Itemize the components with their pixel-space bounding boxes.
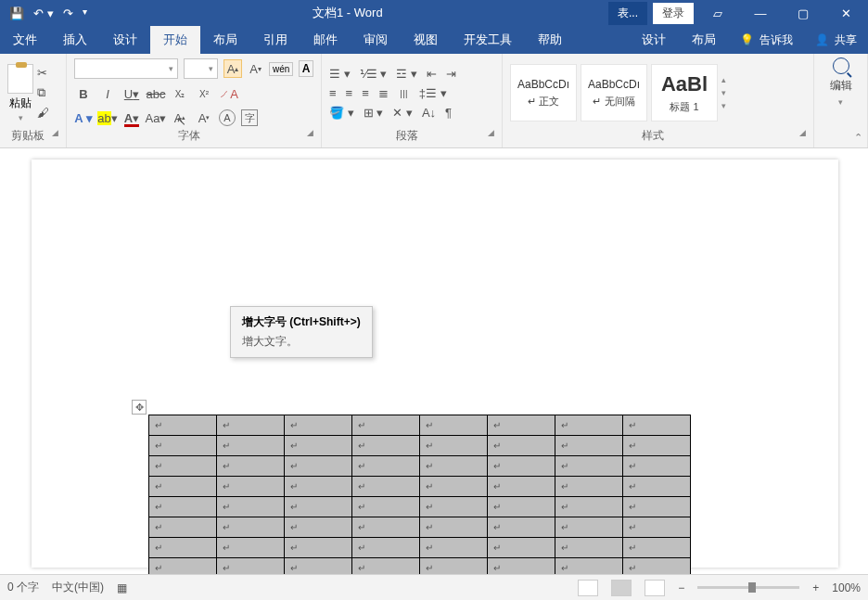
text-direction-button[interactable]: ✕ ▾ xyxy=(392,106,413,120)
tab-design[interactable]: 设计 xyxy=(100,26,150,54)
table-cell[interactable]: ↵ xyxy=(555,558,623,575)
table-cell[interactable]: ↵ xyxy=(285,558,352,575)
table-cell[interactable]: ↵ xyxy=(488,436,555,456)
table-cell[interactable]: ↵ xyxy=(555,517,623,538)
line-spacing-button[interactable]: ‡☰ ▾ xyxy=(419,86,447,100)
increase-font-size-button[interactable]: A▴ xyxy=(223,59,242,78)
table-row[interactable]: ↵↵↵↵↵↵↵↵ xyxy=(149,436,691,456)
increase-font-hover[interactable]: A▴↖ xyxy=(171,109,189,127)
table-cell[interactable]: ↵ xyxy=(352,497,420,517)
table-cell[interactable]: ↵ xyxy=(488,456,555,477)
style-normal[interactable]: AaBbCcDı ↵ 正文 xyxy=(510,64,577,121)
close-icon[interactable]: ✕ xyxy=(827,6,864,20)
paste-button[interactable]: 粘贴 ▾ xyxy=(7,64,33,122)
char-border-button[interactable]: A xyxy=(299,60,313,77)
table-cell[interactable]: ↵ xyxy=(623,456,691,477)
clipboard-launcher[interactable]: ◢ xyxy=(52,128,58,137)
table-cell[interactable]: ↵ xyxy=(352,456,420,477)
tab-references[interactable]: 引用 xyxy=(250,26,300,54)
table-cell[interactable]: ↵ xyxy=(555,538,623,558)
show-marks-button[interactable]: ¶ xyxy=(445,106,452,120)
table-cell[interactable]: ↵ xyxy=(217,436,285,456)
tab-insert[interactable]: 插入 xyxy=(50,26,100,54)
redo-icon[interactable]: ↷ xyxy=(63,6,73,20)
clear-formatting-button[interactable]: ⟋A xyxy=(219,84,237,103)
table-row[interactable]: ↵↵↵↵↵↵↵↵ xyxy=(149,517,691,538)
table-cell[interactable]: ↵ xyxy=(217,477,285,497)
tab-help[interactable]: 帮助 xyxy=(525,26,575,54)
table-cell[interactable]: ↵ xyxy=(488,517,555,538)
phonetic-guide-button[interactable]: wén xyxy=(269,62,293,76)
table-cell[interactable]: ↵ xyxy=(555,497,623,517)
table-cell[interactable]: ↵ xyxy=(352,558,420,575)
enclose-char-button[interactable]: A xyxy=(219,109,236,126)
word-count[interactable]: 0 个字 xyxy=(7,580,39,595)
table-cell[interactable]: ↵ xyxy=(149,415,217,436)
table-cell[interactable]: ↵ xyxy=(352,436,420,456)
char-shading-button[interactable]: 字 xyxy=(241,109,258,126)
table-cell[interactable]: ↵ xyxy=(217,517,285,538)
table-tools-contextual[interactable]: 表... xyxy=(608,2,647,25)
style-no-spacing[interactable]: AaBbCcDı ↵ 无间隔 xyxy=(581,64,647,121)
table-cell[interactable]: ↵ xyxy=(488,415,555,436)
styles-gallery-more[interactable]: ▴▾▾ xyxy=(721,75,736,110)
contextual-tab-design[interactable]: 设计 xyxy=(629,26,679,54)
table-cell[interactable]: ↵ xyxy=(285,538,352,558)
table-cell[interactable]: ↵ xyxy=(420,497,488,517)
undo-icon[interactable]: ↶ ▾ xyxy=(33,6,54,20)
distribute-button[interactable]: ⫼ xyxy=(398,86,410,100)
find-icon[interactable] xyxy=(833,57,849,74)
multilevel-button[interactable]: ☲ ▾ xyxy=(396,67,417,81)
ribbon-options-icon[interactable]: ▱ xyxy=(699,6,736,20)
table-cell[interactable]: ↵ xyxy=(352,477,420,497)
bold-button[interactable]: B xyxy=(74,84,93,103)
decrease-font-size-button[interactable]: A▾ xyxy=(248,59,263,78)
cut-icon[interactable]: ✂ xyxy=(37,66,49,80)
paragraph-launcher[interactable]: ◢ xyxy=(488,128,494,137)
table-cell[interactable]: ↵ xyxy=(420,477,488,497)
decrease-indent-button[interactable]: ⇤ xyxy=(427,67,437,81)
zoom-in-button[interactable]: + xyxy=(812,581,819,594)
table-cell[interactable]: ↵ xyxy=(623,497,691,517)
table-cell[interactable]: ↵ xyxy=(488,558,555,575)
document-area[interactable]: 增大字号 (Ctrl+Shift+>) 增大文字。 ✥ ↵↵↵↵↵↵↵↵↵↵↵↵… xyxy=(0,148,868,574)
web-layout-button[interactable] xyxy=(645,580,665,596)
table-cell[interactable]: ↵ xyxy=(285,497,352,517)
tab-view[interactable]: 视图 xyxy=(401,26,451,54)
table-cell[interactable]: ↵ xyxy=(149,477,217,497)
font-family-combo[interactable]: ▾ xyxy=(74,58,178,79)
tab-developer[interactable]: 开发工具 xyxy=(451,26,525,54)
table-cell[interactable]: ↵ xyxy=(149,538,217,558)
table-cell[interactable]: ↵ xyxy=(285,436,352,456)
print-layout-button[interactable] xyxy=(611,580,632,596)
table-cell[interactable]: ↵ xyxy=(488,538,555,558)
align-center-button[interactable]: ≡ xyxy=(346,86,353,100)
tab-mailings[interactable]: 邮件 xyxy=(300,26,351,54)
table-cell[interactable]: ↵ xyxy=(217,558,285,575)
table-cell[interactable]: ↵ xyxy=(217,456,285,477)
italic-button[interactable]: I xyxy=(98,84,117,103)
table-cell[interactable]: ↵ xyxy=(623,477,691,497)
font-size-combo[interactable]: ▾ xyxy=(184,58,218,79)
change-case-button[interactable]: Aa ▾ xyxy=(147,109,165,127)
table-cell[interactable]: ↵ xyxy=(623,517,691,538)
table-cell[interactable]: ↵ xyxy=(217,497,285,517)
shading-button[interactable]: 🪣 ▾ xyxy=(329,106,354,120)
borders-button[interactable]: ⊞ ▾ xyxy=(364,106,384,120)
table-cell[interactable]: ↵ xyxy=(420,558,488,575)
align-right-button[interactable]: ≡ xyxy=(362,86,369,100)
table-cell[interactable]: ↵ xyxy=(285,456,352,477)
save-icon[interactable]: 💾 xyxy=(9,6,24,20)
table-cell[interactable]: ↵ xyxy=(149,436,217,456)
table-cell[interactable]: ↵ xyxy=(420,517,488,538)
table-cell[interactable]: ↵ xyxy=(285,477,352,497)
table-cell[interactable]: ↵ xyxy=(149,558,217,575)
table-row[interactable]: ↵↵↵↵↵↵↵↵ xyxy=(149,538,691,558)
table-row[interactable]: ↵↵↵↵↵↵↵↵ xyxy=(149,497,691,517)
tab-file[interactable]: 文件 xyxy=(0,26,50,54)
styles-launcher[interactable]: ◢ xyxy=(799,128,806,137)
table-cell[interactable]: ↵ xyxy=(285,517,352,538)
table-row[interactable]: ↵↵↵↵↵↵↵↵ xyxy=(149,415,691,436)
tab-layout[interactable]: 布局 xyxy=(200,26,250,54)
table-cell[interactable]: ↵ xyxy=(149,456,217,477)
